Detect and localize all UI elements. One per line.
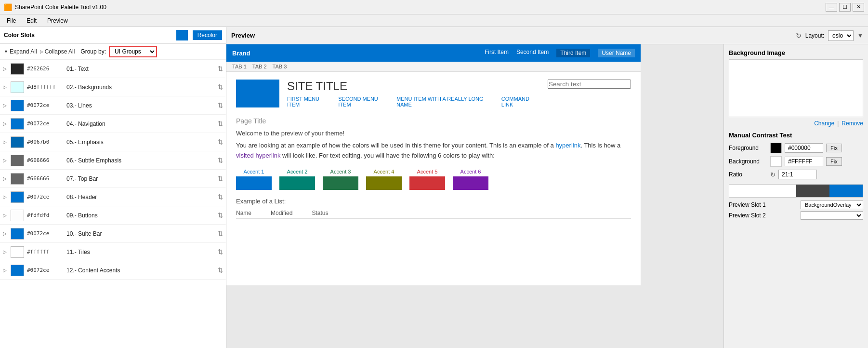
sp-tab-3[interactable]: TAB 3 — [273, 64, 287, 69]
background-row: Background Fix — [729, 156, 863, 167]
refresh-icon[interactable]: ↻ — [796, 32, 802, 40]
row-expand-icon[interactable]: ▷ — [3, 66, 8, 71]
row-expand-icon[interactable]: ▷ — [3, 103, 8, 108]
color-swatch[interactable] — [11, 210, 24, 221]
color-swatch[interactable] — [11, 246, 24, 258]
color-swatch[interactable] — [11, 191, 24, 203]
ratio-refresh-icon[interactable]: ↻ — [770, 171, 776, 178]
close-button[interactable]: ✕ — [853, 3, 864, 12]
color-swatch[interactable] — [11, 100, 24, 111]
sp-site-nav-2[interactable]: SECOND MENU ITEM — [338, 96, 389, 107]
sort-icon[interactable]: ⇅ — [218, 267, 223, 274]
group-by-select[interactable]: UI Groups — [109, 46, 157, 57]
sort-icon[interactable]: ⇅ — [218, 138, 223, 146]
remove-bg-link[interactable]: Remove — [842, 120, 863, 127]
color-swatch[interactable] — [11, 136, 24, 148]
row-expand-icon[interactable]: ▷ — [3, 268, 8, 273]
row-expand-icon[interactable]: ▷ — [3, 194, 8, 200]
sp-list-header: Name Modified Status — [236, 208, 631, 219]
color-swatch[interactable] — [11, 265, 24, 276]
sp-list-label: Example of a List: — [236, 198, 631, 205]
slot1-label: Preview Slot 1 — [729, 201, 766, 208]
sp-nav-item-1: First Item — [485, 49, 509, 57]
layout-select[interactable]: oslo — [828, 30, 854, 41]
sort-icon[interactable]: ⇅ — [218, 83, 223, 91]
sp-site-nav-4[interactable]: COMMAND LINK — [501, 96, 540, 107]
color-row: ▷ #0072ce 04.- Navigation ⇅ — [0, 115, 226, 133]
row-expand-icon[interactable]: ▷ — [3, 158, 8, 163]
ratio-value[interactable] — [778, 170, 817, 179]
menu-edit[interactable]: Edit — [22, 16, 41, 25]
color-row: ▷ #262626 01.- Text ⇅ — [0, 60, 226, 78]
color-row: ▷ #0067b0 05.- Emphasis ⇅ — [0, 133, 226, 151]
sort-icon[interactable]: ⇅ — [218, 157, 223, 164]
sort-icon[interactable]: ⇅ — [218, 175, 223, 182]
color-name: 02.- Backgrounds — [66, 84, 215, 91]
sort-icon[interactable]: ⇅ — [218, 120, 223, 127]
color-swatch[interactable] — [11, 63, 24, 75]
app-body: Color Slots Recolor ▼ Expand All ▷ Colla… — [0, 27, 868, 348]
expand-all-button[interactable]: ▼ Expand All — [4, 48, 37, 55]
accent-4-label: Accent 4 — [374, 169, 395, 174]
row-expand-icon[interactable]: ▷ — [3, 176, 8, 181]
color-hex: #0072ce — [27, 102, 64, 108]
recolor-button[interactable]: Recolor — [193, 30, 222, 40]
change-bg-link[interactable]: Change — [814, 120, 834, 127]
foreground-input[interactable] — [785, 143, 823, 153]
color-swatch[interactable] — [11, 118, 24, 130]
color-slots-title: Color Slots — [4, 32, 173, 39]
sp-site-nav-3[interactable]: MENU ITEM WITH A REALLY LONG NAME — [396, 96, 494, 107]
layout-label: Layout: — [805, 32, 824, 39]
sort-icon[interactable]: ⇅ — [218, 65, 223, 72]
color-swatch[interactable] — [11, 155, 24, 166]
foreground-fix-button[interactable]: Fix — [826, 144, 842, 152]
color-swatch[interactable] — [11, 173, 24, 185]
sort-icon[interactable]: ⇅ — [218, 230, 223, 237]
app-icon: 🟧 — [4, 3, 12, 11]
sort-icon[interactable]: ⇅ — [218, 212, 223, 219]
row-expand-icon[interactable]: ▷ — [3, 139, 8, 145]
sp-list-col-modified: Modified — [271, 210, 292, 216]
menu-preview[interactable]: Preview — [42, 16, 73, 25]
sp-search-input[interactable] — [548, 80, 631, 89]
color-list: ▷ #262626 01.- Text ⇅ ▷ #d8ffffff 02.- B… — [0, 60, 226, 348]
sp-hyperlink[interactable]: hyperlink — [555, 142, 580, 149]
accent-1-label: Accent 1 — [244, 169, 264, 174]
slot2-select[interactable] — [801, 211, 863, 220]
color-swatch[interactable] — [11, 228, 24, 240]
slot2-row: Preview Slot 2 — [729, 211, 863, 220]
slot-white — [729, 185, 796, 197]
bg-image-title: Background Image — [729, 49, 863, 56]
slot-blue — [829, 185, 863, 197]
sort-icon[interactable]: ⇅ — [218, 248, 223, 255]
sort-icon[interactable]: ⇅ — [218, 193, 223, 201]
sp-nav-item-3: Third Item — [556, 49, 590, 57]
color-slots-header: Color Slots Recolor — [0, 27, 226, 44]
sp-site-nav-1[interactable]: FIRST MENU ITEM — [287, 96, 330, 107]
accent-3-label: Accent 3 — [330, 169, 351, 174]
sp-body-text-2: . This is how a — [580, 142, 620, 149]
sp-list-col-name: Name — [236, 210, 251, 216]
sp-visited-hyperlink[interactable]: visited hyperlink — [236, 152, 281, 159]
color-row: ▷ #666666 06.- Subtle Emphasis ⇅ — [0, 151, 226, 170]
color-row: ▷ #0072ce 03.- Lines ⇅ — [0, 96, 226, 115]
slot1-select[interactable]: BackgroundOverlay — [801, 201, 863, 209]
collapse-all-button[interactable]: ▷ Collapse All — [40, 48, 75, 55]
row-expand-icon[interactable]: ▷ — [3, 231, 8, 236]
color-row: ▷ #ffffff 11.- Tiles ⇅ — [0, 243, 226, 261]
collapse-all-icon: ▷ — [40, 49, 43, 54]
row-expand-icon[interactable]: ▷ — [3, 121, 8, 126]
color-swatch[interactable] — [11, 81, 24, 93]
sort-icon[interactable]: ⇅ — [218, 102, 223, 109]
background-input[interactable] — [785, 157, 823, 166]
menu-file[interactable]: File — [2, 16, 21, 25]
row-expand-icon[interactable]: ▷ — [3, 213, 8, 218]
minimize-button[interactable]: — — [826, 3, 837, 12]
ratio-row: Ratio ↻ — [729, 170, 863, 179]
maximize-button[interactable]: ☐ — [839, 3, 851, 12]
sp-tab-1[interactable]: TAB 1 — [232, 64, 247, 69]
sp-tab-2[interactable]: TAB 2 — [252, 64, 267, 69]
row-expand-icon[interactable]: ▷ — [3, 84, 8, 90]
row-expand-icon[interactable]: ▷ — [3, 249, 8, 254]
background-fix-button[interactable]: Fix — [826, 157, 842, 166]
